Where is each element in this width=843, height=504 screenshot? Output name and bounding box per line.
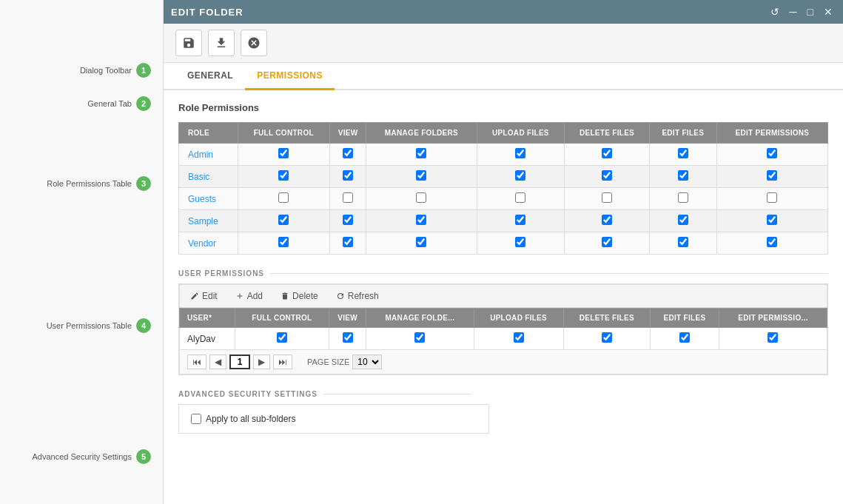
role-checkbox-editFiles[interactable]	[678, 215, 688, 225]
role-cell-manageFolders	[366, 188, 477, 210]
add-user-button[interactable]: Add	[232, 289, 266, 303]
role-cell-deleteFiles	[565, 166, 650, 188]
tab-general[interactable]: GENERAL	[175, 63, 245, 90]
role-checkbox-uploadFiles[interactable]	[515, 192, 525, 203]
role-checkbox-view[interactable]	[343, 192, 353, 203]
edit-user-button[interactable]: Edit	[187, 289, 221, 303]
apply-subfolder-checkbox[interactable]	[191, 414, 201, 424]
role-checkbox-manageFolders[interactable]	[416, 192, 426, 203]
role-checkbox-view[interactable]	[343, 148, 353, 158]
minimize-button[interactable]: ─	[787, 5, 800, 19]
col-edit-permissions: EDIT PERMISSIONS	[716, 123, 827, 144]
role-cell-uploadFiles	[477, 144, 565, 166]
user-checkbox-fullControl[interactable]	[277, 332, 287, 343]
table-row: Guests	[179, 188, 828, 210]
role-cell-uploadFiles	[477, 166, 565, 188]
role-cell-fullControl	[238, 188, 329, 210]
maximize-button[interactable]: □	[805, 5, 816, 19]
role-checkbox-uploadFiles[interactable]	[515, 215, 525, 225]
role-checkbox-editPermissions[interactable]	[767, 192, 777, 203]
col-full-control: FULL CONTROL	[238, 123, 329, 144]
prev-page-button[interactable]: ◀	[209, 355, 226, 369]
role-cell-uploadFiles	[477, 188, 565, 210]
role-checkbox-view[interactable]	[343, 215, 353, 225]
role-cell-manageFolders	[366, 144, 477, 166]
close-button[interactable]: ✕	[821, 5, 836, 19]
role-name-cell: Vendor	[179, 232, 238, 255]
user-permissions-toolbar: Edit Add Delete Refresh	[179, 284, 827, 308]
user-cell-fullControl	[235, 328, 329, 350]
role-checkbox-fullControl[interactable]	[278, 192, 289, 203]
user-permissions-table: USER* FULL CONTROL VIEW MANAGE FOLDE... …	[179, 308, 827, 350]
dialog-toolbar	[164, 24, 843, 63]
refresh-label: Refresh	[348, 291, 379, 301]
role-checkbox-manageFolders[interactable]	[416, 237, 426, 247]
role-checkbox-editPermissions[interactable]	[767, 215, 777, 225]
role-checkbox-uploadFiles[interactable]	[515, 170, 525, 181]
role-checkbox-editPermissions[interactable]	[767, 237, 777, 247]
role-cell-editPermissions	[716, 144, 827, 166]
user-col-full-control: FULL CONTROL	[235, 309, 329, 328]
refresh-window-button[interactable]: ↺	[768, 5, 782, 19]
refresh-user-button[interactable]: Refresh	[333, 289, 382, 303]
role-cell-fullControl	[238, 166, 329, 188]
cancel-button[interactable]	[241, 30, 267, 56]
user-checkbox-manageFolders[interactable]	[414, 332, 425, 343]
role-cell-editFiles	[649, 188, 716, 210]
page-size-label: PAGE SIZE	[307, 357, 349, 366]
user-checkbox-deleteFiles[interactable]	[602, 332, 612, 343]
page-size-select[interactable]: 10 25 50	[352, 355, 382, 369]
save-button[interactable]	[175, 30, 202, 56]
role-checkbox-manageFolders[interactable]	[416, 215, 426, 225]
last-page-button[interactable]: ⏭	[273, 355, 292, 369]
role-checkbox-editFiles[interactable]	[678, 192, 688, 203]
role-table-body: AdminBasicGuestsSampleVendor	[179, 144, 828, 255]
role-checkbox-manageFolders[interactable]	[416, 170, 426, 181]
user-name-cell: AlyDav	[180, 328, 235, 350]
user-table-header-row: USER* FULL CONTROL VIEW MANAGE FOLDE... …	[180, 309, 827, 328]
role-checkbox-editPermissions[interactable]	[767, 170, 777, 181]
role-checkbox-deleteFiles[interactable]	[602, 148, 612, 158]
role-checkbox-fullControl[interactable]	[278, 215, 289, 225]
user-checkbox-uploadFiles[interactable]	[514, 332, 524, 343]
title-bar: EDIT FOLDER ↺ ─ □ ✕	[164, 0, 843, 24]
role-checkbox-editPermissions[interactable]	[767, 148, 777, 158]
window-controls: ↺ ─ □ ✕	[768, 5, 836, 19]
pagination-bar: ⏮ ◀ ▶ ⏭ PAGE SIZE 10 25 50	[179, 350, 827, 374]
role-checkbox-editFiles[interactable]	[678, 148, 688, 158]
role-checkbox-deleteFiles[interactable]	[602, 170, 612, 181]
tabs-container: GENERAL PERMISSIONS	[164, 63, 843, 90]
apply-subfolder-row: Apply to all sub-folders	[191, 414, 477, 424]
user-checkbox-editPermissions[interactable]	[768, 332, 778, 343]
delete-user-button[interactable]: Delete	[278, 289, 321, 303]
annotation-5: Advanced Security Settings 5	[32, 449, 151, 464]
role-checkbox-fullControl[interactable]	[278, 148, 289, 158]
first-page-button[interactable]: ⏮	[187, 355, 206, 369]
callout-circle-4: 4	[136, 318, 151, 333]
annotation-3: Role Permissions Table 3	[47, 176, 151, 191]
next-page-button[interactable]: ▶	[253, 355, 270, 369]
table-row: Sample	[179, 210, 828, 232]
role-checkbox-manageFolders[interactable]	[416, 148, 426, 158]
role-checkbox-view[interactable]	[343, 237, 353, 247]
role-cell-view	[330, 166, 366, 188]
role-checkbox-view[interactable]	[343, 170, 353, 181]
role-cell-fullControl	[238, 210, 329, 232]
user-checkbox-editFiles[interactable]	[679, 332, 690, 343]
current-page-input[interactable]	[229, 355, 250, 369]
user-checkbox-view[interactable]	[343, 332, 353, 343]
role-checkbox-deleteFiles[interactable]	[602, 237, 612, 247]
tab-permissions[interactable]: PERMISSIONS	[245, 63, 335, 90]
role-checkbox-editFiles[interactable]	[678, 237, 688, 247]
role-cell-uploadFiles	[477, 210, 565, 232]
role-checkbox-uploadFiles[interactable]	[515, 148, 525, 158]
role-cell-uploadFiles	[477, 232, 565, 255]
role-cell-deleteFiles	[565, 188, 650, 210]
role-checkbox-fullControl[interactable]	[278, 170, 289, 181]
role-checkbox-deleteFiles[interactable]	[602, 215, 612, 225]
role-checkbox-editFiles[interactable]	[678, 170, 688, 181]
role-checkbox-deleteFiles[interactable]	[602, 192, 612, 203]
export-button[interactable]	[208, 30, 235, 56]
role-checkbox-fullControl[interactable]	[278, 237, 289, 247]
role-checkbox-uploadFiles[interactable]	[515, 237, 525, 247]
